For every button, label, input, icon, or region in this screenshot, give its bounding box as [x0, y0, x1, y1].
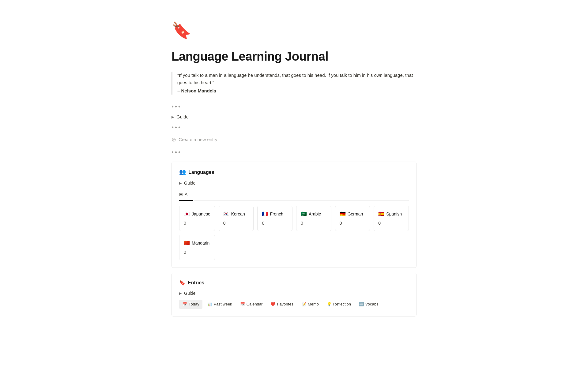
- quote-block: "If you talk to a man in a language he u…: [172, 72, 417, 95]
- card-count: 0: [262, 220, 288, 227]
- guide-toggle-1[interactable]: ▶ Guide: [172, 114, 417, 121]
- languages-database: 👥 Languages ▶ Guide ⊞ All 🇯🇵 Japanese 0 …: [172, 162, 417, 268]
- tab-label-vocabs: Vocabs: [365, 301, 379, 307]
- entries-tab-reflection[interactable]: 💡 Reflection: [324, 300, 354, 309]
- languages-guide-toggle[interactable]: ▶ Guide: [179, 180, 409, 186]
- quote-author: – Nelson Mandela: [177, 88, 417, 95]
- card-lang-row: 🇪🇸 Spanish: [378, 210, 404, 218]
- guide-arrow-1: ▶: [172, 114, 174, 120]
- card-lang-name: Mandarin: [192, 240, 209, 246]
- entries-db-icon: 🔖: [179, 279, 185, 286]
- card-count: 0: [340, 220, 366, 227]
- card-lang-name: French: [270, 211, 283, 217]
- entries-guide-label: Guide: [184, 290, 195, 297]
- entries-tab-today[interactable]: 📅 Today: [179, 300, 202, 309]
- card-count: 0: [378, 220, 404, 227]
- tab-label-today: Today: [189, 301, 199, 307]
- card-count: 0: [184, 249, 210, 256]
- card-flag: 🇪🇸: [378, 210, 384, 218]
- create-entry-row[interactable]: ⊕ Create a new entry: [172, 136, 417, 144]
- entries-guide-arrow: ▶: [179, 291, 182, 296]
- page-icon: 🔖: [172, 18, 417, 42]
- entries-tabs-row: 📅 Today 📊 Past week 📅 Calendar ❤️ Favori…: [179, 300, 409, 309]
- card-lang-row: 🇯🇵 Japanese: [184, 210, 210, 218]
- languages-db-title: Languages: [188, 169, 214, 176]
- tab-icon-today: 📅: [182, 301, 187, 307]
- card-flag: 🇨🇳: [184, 239, 190, 247]
- entries-guide-toggle[interactable]: ▶ Guide: [179, 290, 409, 297]
- dots-2: •••: [172, 123, 417, 132]
- entries-tab-calendar[interactable]: 📅 Calendar: [237, 300, 266, 309]
- create-entry-label: Create a new entry: [179, 136, 217, 143]
- guide-label-1: Guide: [176, 114, 189, 121]
- tab-icon-favorites: ❤️: [270, 301, 275, 307]
- language-card-spanish[interactable]: 🇪🇸 Spanish 0: [374, 206, 409, 231]
- card-lang-row: 🇸🇦 Arabic: [301, 210, 327, 218]
- dots-1: •••: [172, 102, 417, 111]
- tab-all-icon: ⊞: [179, 191, 183, 198]
- card-flag: 🇯🇵: [184, 210, 190, 218]
- language-card-korean[interactable]: 🇰🇷 Korean 0: [219, 206, 254, 231]
- languages-guide-arrow: ▶: [179, 181, 182, 186]
- card-lang-name: Japanese: [192, 211, 210, 217]
- language-card-japanese[interactable]: 🇯🇵 Japanese 0: [179, 206, 215, 231]
- page-container: 🔖 Language Learning Journal "If you talk…: [147, 0, 441, 346]
- languages-db-header: 👥 Languages: [179, 168, 409, 176]
- languages-guide-label: Guide: [184, 180, 195, 186]
- card-flag: 🇩🇪: [340, 210, 346, 218]
- card-flag: 🇫🇷: [262, 210, 268, 218]
- create-plus-icon: ⊕: [172, 136, 176, 144]
- card-lang-name: Spanish: [386, 211, 402, 217]
- entries-database: 🔖 Entries ▶ Guide 📅 Today 📊 Past week 📅 …: [172, 273, 417, 316]
- tab-label-past-week: Past week: [214, 301, 232, 307]
- tab-label-calendar: Calendar: [247, 301, 263, 307]
- entries-tab-past-week[interactable]: 📊 Past week: [204, 300, 235, 309]
- tab-icon-calendar: 📅: [240, 301, 245, 307]
- tab-all[interactable]: ⊞ All: [179, 189, 193, 201]
- language-card-french[interactable]: 🇫🇷 French 0: [257, 206, 292, 231]
- tab-icon-past-week: 📊: [207, 301, 212, 307]
- tab-label-reflection: Reflection: [333, 301, 351, 307]
- language-card-german[interactable]: 🇩🇪 German 0: [335, 206, 370, 231]
- languages-gallery: 🇯🇵 Japanese 0 🇰🇷 Korean 0 🇫🇷 French 0 🇸🇦…: [179, 206, 409, 260]
- tab-all-label: All: [185, 191, 190, 198]
- entries-db-title: Entries: [188, 279, 204, 286]
- tab-label-favorites: Favorites: [277, 301, 293, 307]
- card-lang-row: 🇫🇷 French: [262, 210, 288, 218]
- tab-label-memo: Memo: [308, 301, 319, 307]
- tab-icon-memo: 📝: [301, 301, 306, 307]
- card-lang-name: Korean: [231, 211, 245, 217]
- tab-icon-vocabs: 🔤: [359, 301, 364, 307]
- language-card-mandarin[interactable]: 🇨🇳 Mandarin 0: [179, 235, 215, 260]
- card-count: 0: [301, 220, 327, 227]
- languages-tabs: ⊞ All: [179, 189, 409, 201]
- entries-tab-vocabs[interactable]: 🔤 Vocabs: [356, 300, 382, 309]
- entries-tab-memo[interactable]: 📝 Memo: [298, 300, 322, 309]
- entries-db-header: 🔖 Entries: [179, 279, 409, 286]
- card-count: 0: [223, 220, 249, 227]
- entries-tab-favorites[interactable]: ❤️ Favorites: [267, 300, 296, 309]
- page-title: Language Learning Journal: [172, 47, 417, 66]
- languages-db-icon: 👥: [179, 168, 186, 176]
- card-lang-row: 🇰🇷 Korean: [223, 210, 249, 218]
- card-flag: 🇸🇦: [301, 210, 307, 218]
- language-card-arabic[interactable]: 🇸🇦 Arabic 0: [296, 206, 331, 231]
- card-flag: 🇰🇷: [223, 210, 229, 218]
- card-lang-name: Arabic: [309, 211, 321, 217]
- card-lang-name: German: [348, 211, 363, 217]
- card-count: 0: [184, 220, 210, 227]
- quote-text: "If you talk to a man in a language he u…: [177, 72, 417, 86]
- tab-icon-reflection: 💡: [327, 301, 332, 307]
- dots-3: •••: [172, 148, 417, 157]
- card-lang-row: 🇨🇳 Mandarin: [184, 239, 210, 247]
- card-lang-row: 🇩🇪 German: [340, 210, 366, 218]
